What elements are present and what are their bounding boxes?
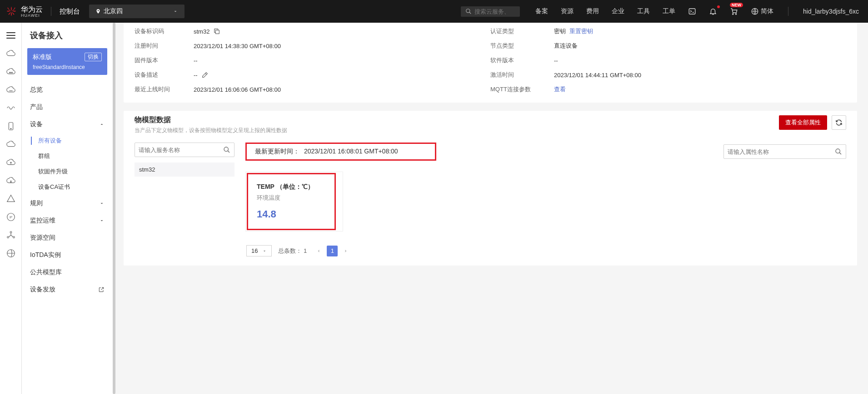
nav-cart[interactable]: NEW (723, 0, 744, 23)
sidebar-sub-ca[interactable]: 设备CA证书 (22, 179, 113, 195)
rail-cloud-up-icon[interactable] (5, 157, 16, 168)
divider (51, 7, 51, 16)
update-value: 2023/12/01 16:08:01 GMT+08:00 (304, 148, 398, 156)
label-mqtt: MQTT连接参数 (490, 85, 549, 94)
label-fw: 固件版本 (135, 56, 189, 64)
sidebar-item-label: 监控运维 (30, 217, 55, 225)
search-icon (223, 146, 230, 153)
sidebar-item-modellib[interactable]: 公共模型库 (22, 264, 113, 281)
model-title: 物模型数据 (135, 115, 287, 125)
instance-name: freeStandardInstance (33, 64, 102, 70)
instance-switch-button[interactable]: 切换 (85, 53, 102, 61)
rail-ip-icon[interactable]: IP (5, 212, 16, 222)
rail-cloud-line-icon[interactable] (5, 84, 16, 95)
rail-network-icon[interactable] (5, 230, 16, 241)
sidebar-item-rule[interactable]: 规则 (22, 195, 113, 212)
sidebar-item-space[interactable]: 资源空间 (22, 229, 113, 246)
svg-point-12 (10, 231, 12, 233)
label-sw: 软件版本 (490, 56, 549, 64)
menu-toggle[interactable] (5, 30, 16, 41)
rail-device-icon[interactable] (5, 121, 16, 132)
sidebar-sub-ota[interactable]: 软固件升级 (22, 164, 113, 179)
svg-point-0 (466, 9, 470, 13)
chevron-down-icon (173, 9, 178, 14)
model-desc: 当产品下定义物模型，设备按照物模型定义呈现上报的属性数据 (135, 127, 287, 134)
nav-notifications[interactable] (703, 0, 723, 23)
rail-globe-icon[interactable] (5, 248, 16, 259)
location-icon (95, 9, 101, 14)
console-label[interactable]: 控制台 (60, 7, 80, 16)
region-name: 北京四 (104, 7, 123, 15)
sidebar-title: 设备接入 (22, 30, 113, 47)
reset-secret-link[interactable]: 重置密钥 (569, 27, 593, 35)
attribute-search[interactable] (723, 144, 846, 159)
instance-card[interactable]: 标准版 切换 freeStandardInstance (27, 48, 107, 75)
rail-cloud-icon[interactable] (5, 48, 16, 59)
label-last-online: 最近上线时间 (135, 85, 189, 94)
value-node-type: 直连设备 (554, 42, 846, 50)
nav-feiyong[interactable]: 费用 (580, 0, 605, 23)
service-item[interactable]: stm32 (135, 163, 234, 177)
nav-ziyuan[interactable]: 资源 (554, 0, 580, 23)
chevron-down-icon (262, 249, 267, 253)
svg-point-5 (9, 72, 10, 73)
total-value: 1 (304, 247, 307, 254)
nav-gongju[interactable]: 工具 (631, 0, 656, 23)
sidebar-item-product[interactable]: 产品 (22, 98, 113, 116)
view-all-properties-button[interactable]: 查看全部属性 (779, 115, 827, 130)
refresh-button[interactable] (832, 115, 846, 130)
chevron-left-icon (316, 248, 321, 254)
sidebar-item-overview[interactable]: 总览 (22, 81, 113, 98)
rail-cloud-down-icon[interactable] (5, 175, 16, 186)
view-mqtt-link[interactable]: 查看 (554, 85, 566, 94)
svg-point-6 (10, 72, 11, 73)
copy-icon[interactable] (213, 28, 220, 35)
property-card[interactable]: TEMP （单位：℃） 环境温度 14.8 (245, 172, 343, 231)
attribute-search-input[interactable] (728, 148, 835, 155)
new-badge: NEW (730, 3, 743, 7)
prev-page-button[interactable] (313, 246, 324, 256)
service-column: stm32 (135, 143, 234, 256)
page-size-value: 16 (251, 247, 258, 254)
nav-gongdan[interactable]: 工单 (656, 0, 682, 23)
nav-qiye[interactable]: 企业 (605, 0, 631, 23)
sidebar-item-device[interactable]: 设备 (22, 116, 113, 133)
huawei-logo-icon (5, 5, 17, 17)
page-1-button[interactable]: 1 (327, 246, 338, 256)
region-selector[interactable]: 北京四 (89, 5, 185, 18)
refresh-icon (835, 119, 843, 126)
nav-beian[interactable]: 备案 (529, 0, 554, 23)
sidebar-sub-all-devices[interactable]: 所有设备 (22, 133, 113, 148)
icon-rail: IP (0, 23, 22, 394)
service-search[interactable] (135, 143, 234, 157)
logo[interactable]: 华为云 HUAWEI (5, 5, 43, 18)
sidebar-item-provision[interactable]: 设备发放 (22, 281, 113, 298)
rail-cloud2-icon[interactable] (5, 139, 16, 150)
content-area: 设备标识码 stm32 认证类型 密钥 重置密钥 注册时间 2023/12/01… (113, 23, 868, 394)
next-page-button[interactable] (340, 246, 351, 256)
sidebar-item-ops[interactable]: 监控运维 (22, 212, 113, 229)
rail-cloud-dots-icon[interactable] (5, 66, 16, 77)
chevron-down-icon (99, 201, 105, 206)
globe-icon (751, 7, 759, 15)
data-column: 最新更新时间： 2023/12/01 16:08:01 GMT+08:00 TE… (245, 143, 846, 256)
rail-wave-icon[interactable] (5, 103, 16, 113)
page-size-selector[interactable]: 16 (246, 245, 272, 256)
global-search[interactable] (461, 6, 520, 17)
value-fw: -- (194, 57, 486, 64)
nav-language[interactable]: 简体 (744, 0, 780, 23)
rail-deploy-icon[interactable] (5, 193, 16, 204)
value-reg-time: 2023/12/01 14:38:30 GMT+08:00 (194, 43, 486, 49)
sidebar-sub-group[interactable]: 群组 (22, 148, 113, 164)
svg-text:IP: IP (9, 216, 12, 219)
chevron-up-icon (99, 122, 105, 127)
nav-terminal[interactable] (682, 0, 703, 23)
user-id[interactable]: hid_larby3djsfs_6xc (797, 8, 868, 15)
global-search-input[interactable] (474, 8, 511, 15)
label-device-id: 设备标识码 (135, 27, 189, 35)
sidebar-item-label: 设备发放 (30, 286, 55, 294)
edit-icon[interactable] (201, 71, 209, 79)
update-label: 最新更新时间： (255, 148, 299, 156)
service-search-input[interactable] (139, 147, 223, 153)
sidebar-item-iotda[interactable]: IoTDA实例 (22, 246, 113, 264)
